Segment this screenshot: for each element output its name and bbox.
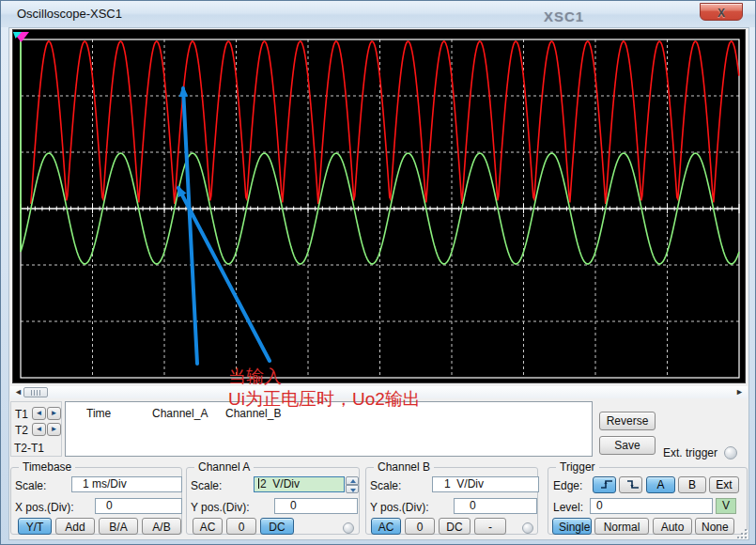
scroll-left-icon[interactable]: ◄ — [14, 386, 23, 398]
timebase-scale-field[interactable]: 1 ms/Div — [71, 476, 182, 492]
right-arrow-icon: ► — [51, 425, 58, 433]
timebase-mode-ab-button[interactable]: A/B — [142, 518, 181, 535]
timebase-scale-label: Scale: — [15, 479, 46, 492]
channel-a-scale-field[interactable]: 2 V/Div — [254, 476, 345, 492]
channel-b-ypos-field[interactable]: 0 — [454, 498, 537, 514]
trigger-source-a-button[interactable]: A — [646, 476, 675, 493]
ext-trigger-terminal-icon — [724, 446, 737, 459]
trigger-level-field[interactable]: 0 — [590, 498, 713, 514]
spinner-up-icon[interactable] — [346, 476, 359, 485]
channel_a-trace — [31, 41, 739, 204]
trigger-source-b-button[interactable]: B — [678, 476, 706, 493]
channel-a-panel: Channel A Scale: 2 V/Div Y pos.(Div): 0 … — [186, 467, 360, 535]
trigger-source-ext-button[interactable]: Ext — [709, 476, 739, 493]
left-arrow-icon: ◄ — [36, 409, 43, 417]
close-button[interactable]: X — [700, 3, 743, 21]
trigger-mode-auto-button[interactable]: Auto — [653, 518, 692, 535]
spinner-down-icon[interactable] — [346, 485, 359, 493]
timebase-mode-yt-button[interactable]: Y/T — [18, 518, 52, 535]
scroll-right-icon[interactable]: ► — [735, 386, 744, 398]
channel-a-zero-button[interactable]: 0 — [226, 518, 256, 535]
channel-b-terminal-icon — [522, 522, 533, 534]
channel-a-scale-spinner[interactable] — [346, 476, 359, 494]
annotation-arrow — [183, 88, 197, 364]
save-button[interactable]: Save — [599, 436, 656, 455]
channel-b-ypos-label: Y pos.(Div): — [370, 501, 428, 514]
oscilloscope-window: Oscilloscope-XSC1 XSC1 X 当输入 Ui为正电压时，Uo2… — [0, 0, 756, 545]
scope-display — [12, 29, 746, 383]
rising-edge-button[interactable] — [593, 476, 616, 493]
t2-left-button[interactable]: ◄ — [32, 423, 46, 436]
rising-edge-icon — [599, 478, 614, 490]
ext-trigger-label: Ext. trigger — [663, 446, 717, 459]
note-line-1: 当输入 — [228, 366, 421, 388]
note-line-2: Ui为正电压时，Uo2输出 — [228, 388, 421, 411]
trigger-level-label: Level: — [553, 501, 583, 514]
trigger-mode-none-button[interactable]: None — [695, 518, 734, 535]
reverse-button[interactable]: Reverse — [599, 412, 656, 430]
timebase-title: Timebase — [19, 460, 75, 474]
readout-header-channel-a: Channel_A — [152, 407, 208, 420]
scrollbar-grip-icon — [31, 390, 40, 396]
scope-plot — [13, 30, 745, 382]
annotation-note: 当输入 Ui为正电压时，Uo2输出 — [228, 366, 421, 411]
channel-b-panel: Channel B Scale: 1 V/Div Y pos.(Div): 0 … — [365, 467, 538, 535]
channel-b-scale-field[interactable]: 1 V/Div — [432, 476, 539, 492]
channel-a-dc-button[interactable]: DC — [260, 518, 294, 535]
timebase-mode-add-button[interactable]: Add — [55, 518, 95, 535]
timebase-xpos-field[interactable]: 0 — [95, 498, 182, 514]
channel-a-title: Channel A — [194, 460, 254, 474]
falling-edge-icon — [625, 478, 640, 490]
right-arrow-icon: ► — [51, 409, 58, 417]
timebase-mode-ba-button[interactable]: B/A — [99, 518, 138, 535]
t2-label: T2 — [15, 424, 28, 437]
cursor-box: T1 ◄ ► T2 ◄ ► T2-T1 — [10, 401, 62, 457]
trigger-title: Trigger — [556, 460, 599, 474]
resize-grip-icon[interactable] — [736, 528, 748, 540]
channel-a-scale-label: Scale: — [191, 479, 222, 492]
channel-a-terminal-icon — [343, 522, 354, 534]
window-title: Oscilloscope-XSC1 — [17, 7, 122, 21]
channel-b-ac-button[interactable]: AC — [371, 518, 401, 535]
t1-right-button[interactable]: ► — [47, 407, 61, 420]
channel-b-scale-label: Scale: — [370, 479, 401, 492]
trigger-panel: Trigger Edge: A B Ext Level: 0 V Single … — [548, 467, 748, 535]
channel-b-zero-button[interactable]: 0 — [405, 518, 435, 535]
left-arrow-icon: ◄ — [36, 425, 43, 433]
readout-header-time: Time — [86, 407, 111, 420]
scrollbar-thumb[interactable] — [23, 387, 48, 397]
channel-a-ac-button[interactable]: AC — [193, 518, 223, 535]
timebase-xpos-label: X pos.(Div): — [15, 501, 74, 514]
channel-a-ypos-field[interactable]: 0 — [274, 498, 358, 514]
channel-b-minus-button[interactable]: - — [474, 518, 506, 535]
t1-label: T1 — [15, 408, 28, 421]
trigger-edge-label: Edge: — [553, 479, 582, 492]
title-bar[interactable]: Oscilloscope-XSC1 XSC1 X — [1, 1, 755, 27]
close-icon: X — [717, 7, 725, 20]
timebase-panel: Timebase Scale: 1 ms/Div X pos.(Div): 0 … — [10, 467, 182, 535]
text-caret — [258, 478, 259, 489]
channel-b-dc-button[interactable]: DC — [439, 518, 471, 535]
t2-t1-label: T2-T1 — [14, 442, 44, 455]
trigger-level-unit-select[interactable]: V — [716, 498, 736, 514]
t1-left-button[interactable]: ◄ — [32, 407, 46, 420]
trigger-mode-single-button[interactable]: Single — [552, 518, 592, 535]
trigger-mode-normal-button[interactable]: Normal — [594, 518, 649, 535]
channel-b-title: Channel B — [374, 460, 434, 474]
channel-a-ypos-label: Y pos.(Div): — [191, 501, 249, 514]
t2-right-button[interactable]: ► — [47, 423, 61, 436]
schematic-watermark: XSC1 — [544, 8, 584, 24]
falling-edge-button[interactable] — [619, 476, 642, 493]
